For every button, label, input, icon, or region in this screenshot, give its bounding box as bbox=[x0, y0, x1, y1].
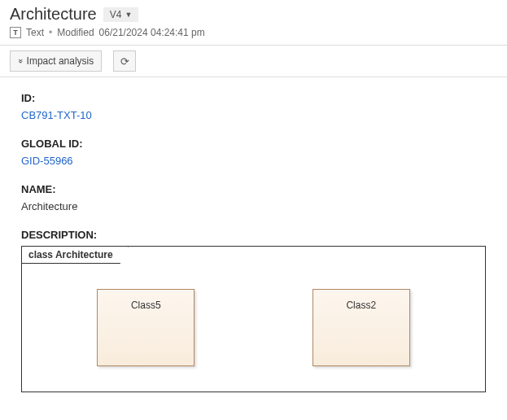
description-label: DESCRIPTION: bbox=[21, 229, 486, 241]
double-chevron-down-icon: » bbox=[16, 59, 24, 63]
modified-label: Modified bbox=[57, 27, 94, 38]
page-title: Architecture bbox=[10, 5, 97, 24]
refresh-button[interactable]: ⟳ bbox=[113, 50, 136, 72]
type-label: Text bbox=[26, 27, 44, 38]
diagram-frame-label: class Architecture bbox=[22, 247, 129, 264]
version-label: V4 bbox=[110, 9, 122, 20]
content: ID: CB791-TXT-10 GLOBAL ID: GID-55966 NA… bbox=[0, 77, 507, 420]
class-box[interactable]: Class5 bbox=[97, 289, 194, 366]
id-label: ID: bbox=[21, 92, 486, 104]
impact-analysis-button[interactable]: » Impact analysis bbox=[10, 50, 102, 72]
diagram-classes-container: Class5 Class2 bbox=[22, 247, 485, 392]
header: Architecture V4 ▼ T Text • Modified 06/2… bbox=[0, 0, 507, 45]
version-selector[interactable]: V4 ▼ bbox=[103, 7, 139, 22]
impact-analysis-label: Impact analysis bbox=[27, 55, 94, 67]
name-label: NAME: bbox=[21, 183, 486, 195]
field-name: NAME: Architecture bbox=[21, 183, 486, 212]
caret-down-icon: ▼ bbox=[125, 11, 132, 19]
text-type-icon: T bbox=[10, 27, 21, 38]
name-value: Architecture bbox=[21, 200, 486, 212]
field-id: ID: CB791-TXT-10 bbox=[21, 92, 486, 121]
separator-dot: • bbox=[49, 27, 52, 38]
global-id-label: GLOBAL ID: bbox=[21, 138, 486, 150]
title-row: Architecture V4 ▼ bbox=[10, 5, 497, 24]
toolbar: » Impact analysis ⟳ bbox=[0, 45, 507, 77]
class-box[interactable]: Class2 bbox=[313, 289, 410, 366]
global-id-value-link[interactable]: GID-55966 bbox=[21, 155, 486, 167]
modified-value: 06/21/2024 04:24:41 pm bbox=[99, 27, 205, 38]
refresh-icon: ⟳ bbox=[120, 55, 129, 68]
id-value-link[interactable]: CB791-TXT-10 bbox=[21, 109, 486, 121]
meta-row: T Text • Modified 06/21/2024 04:24:41 pm bbox=[10, 27, 497, 38]
field-description: DESCRIPTION: class Architecture Class5 C… bbox=[21, 229, 486, 392]
field-global-id: GLOBAL ID: GID-55966 bbox=[21, 138, 486, 167]
class-diagram-frame: class Architecture Class5 Class2 bbox=[21, 246, 486, 392]
